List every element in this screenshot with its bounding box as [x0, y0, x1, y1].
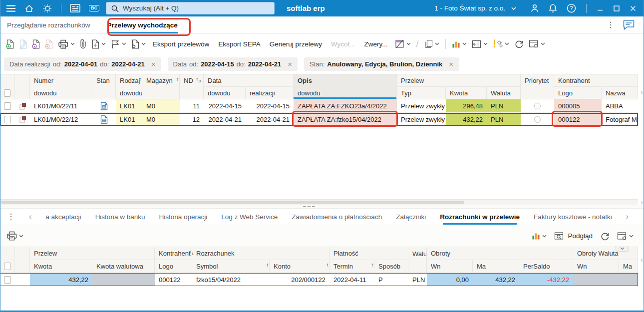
chart-view-button[interactable] [452, 40, 467, 48]
col-data-dowodu[interactable]: dowodu [204, 87, 246, 99]
col-nd[interactable]: ND↑3 [180, 74, 204, 87]
row-checkbox[interactable] [4, 116, 11, 123]
panel-splitter[interactable] [0, 205, 644, 209]
row-checkbox[interactable] [4, 102, 11, 110]
col-group-kontrahent[interactable]: Kontrahent↑1 [155, 247, 192, 260]
col-logo[interactable]: Logo [155, 260, 192, 273]
priority-radio[interactable] [534, 103, 541, 109]
col-rodzaj-sub[interactable]: dowodu [116, 87, 142, 99]
home-icon[interactable] [24, 4, 34, 13]
company-selector[interactable]: 1 - Foto Świat sp. z o.o. [434, 4, 516, 12]
col-obroty-waluta-ma[interactable]: Ma [619, 260, 638, 273]
warnings-settings-button[interactable] [493, 39, 509, 48]
delete-document-button[interactable] [45, 39, 53, 49]
tab-faktury-kosztowe-notatki[interactable]: Faktury kosztowe - notatki [534, 209, 612, 225]
col-nazwa[interactable]: Nazwa [602, 87, 638, 99]
col-numer-sub[interactable]: dowodu [30, 87, 92, 99]
detail-tabs-menu-icon[interactable]: ⋮ [7, 213, 15, 221]
tab-przegladanie-rozrachunkow[interactable]: Przeglądanie rozrachunków [7, 16, 90, 33]
col-wn[interactable]: Wn [427, 260, 473, 273]
horizontal-scrollbar[interactable] [0, 199, 638, 205]
wycofaj-button[interactable]: Wycof... [331, 40, 355, 48]
col-logo[interactable]: Logo [554, 87, 602, 99]
col-ma[interactable]: Ma [473, 260, 519, 273]
global-search[interactable] [106, 2, 275, 14]
col-obroty-waluta-wn[interactable]: Wn [573, 260, 619, 273]
preview-button[interactable] [554, 232, 564, 241]
col-group-platnosc[interactable]: Płatność [329, 247, 408, 260]
user-icon[interactable] [530, 3, 539, 13]
tab-historia-operacji[interactable]: Historia operacji [159, 209, 207, 225]
col-typ[interactable]: Typ [397, 87, 446, 99]
col-kwota[interactable]: Kwota [446, 87, 487, 99]
new-document-button[interactable] [6, 39, 14, 49]
tabs-scroll-right-icon[interactable]: › [626, 213, 629, 221]
hamburger-menu-icon[interactable] [6, 4, 16, 12]
tab-rozrachunki-w-przelewie[interactable]: Rozrachunki w przelewie [440, 209, 520, 225]
col-magazyn[interactable]: Magazyn↑2 [142, 74, 180, 87]
filter-chip-stan[interactable]: Stan: Anulowany, Edycja, Brulion, Dzienn… [304, 57, 459, 71]
side-panel-button[interactable] [472, 40, 488, 48]
col-konto[interactable]: Konto↑2 [270, 260, 329, 273]
scrollbar-thumb[interactable] [1, 201, 464, 204]
col-data-realizacji[interactable]: realizacji [246, 87, 294, 99]
idea-bulb-icon[interactable] [42, 3, 52, 13]
collapse-panel-button[interactable] [616, 246, 629, 252]
zweryfikuj-button[interactable]: Zwery... [364, 40, 388, 48]
col-group-przelew[interactable]: Przelew [397, 74, 521, 87]
col-priorytet[interactable]: Priorytet [521, 74, 554, 87]
print-button[interactable] [58, 39, 75, 49]
generuj-przelewy-button[interactable]: Generuj przelewy [270, 40, 322, 48]
priority-radio[interactable] [534, 116, 541, 123]
chip-remove-icon[interactable]: × [151, 60, 156, 68]
grid-settings-button[interactable] [529, 39, 545, 48]
document-info-button[interactable] [32, 39, 40, 49]
select-all-checkbox[interactable] [4, 263, 10, 270]
tab-historia-w-banku[interactable]: Historia w banku [95, 209, 145, 225]
row-checkbox[interactable] [4, 276, 11, 284]
eksport-przelewow-button[interactable]: Eksport przelewów [153, 40, 209, 48]
attachment-paperclip-button[interactable] [80, 39, 86, 49]
note-exclude-button[interactable] [395, 39, 411, 48]
col-sposob[interactable]: Sposób [374, 260, 408, 273]
col-rodzaj[interactable]: Rodzaj↑1 [116, 74, 142, 87]
chip-remove-icon[interactable]: × [288, 60, 292, 68]
col-stan[interactable]: Stan [92, 74, 116, 87]
col-termin[interactable]: Termin↑3 [329, 260, 374, 273]
notifications-bell-icon[interactable] [549, 3, 557, 13]
table-row[interactable]: LK01/M0/22/11 LK01 M0 11 2022-04-15 2022… [0, 99, 638, 113]
tab-przelewy-wychodzace[interactable]: Przelewy wychodzące [107, 16, 178, 33]
col-symbol[interactable]: Symbol↑4 [192, 260, 270, 273]
filter-chip-data-realizacji[interactable]: Data realizacji od: 2022-04-01 do: 2022-… [4, 57, 161, 71]
col-waluta[interactable]: Waluta [408, 247, 427, 260]
table-row-selected[interactable]: 432,22 000122 fzko15/04/2022 202/000122 … [0, 273, 638, 287]
document-settings-button[interactable] [131, 39, 146, 49]
tab-overflow-menu-icon[interactable]: ⋮ [607, 21, 615, 29]
maximize-button[interactable] [614, 5, 620, 11]
refresh-button[interactable] [514, 39, 524, 48]
tab-zalaczniki[interactable]: Załączniki [396, 209, 426, 225]
col-kwota[interactable]: Kwota [30, 260, 92, 273]
flag-button[interactable] [111, 39, 126, 49]
col-group-rozrachunek[interactable]: Rozrachunek [192, 247, 329, 260]
search-input[interactable] [123, 4, 270, 12]
col-group-obroty[interactable]: Obroty [427, 247, 573, 260]
col-persaldo[interactable]: PerSaldo [519, 260, 573, 273]
detail-chart-button[interactable] [532, 232, 547, 240]
tab-sciezka-akceptacji[interactable]: a akceptacji [45, 209, 81, 225]
tab-zawiadomienia-o-platnosciach[interactable]: Zawiadomienia o płatnościach [292, 209, 382, 225]
scroll-left-icon[interactable]: ‹ [641, 256, 643, 263]
help-icon[interactable]: ? [567, 3, 576, 13]
document-actions-button[interactable] [91, 39, 106, 49]
scroll-right-icon[interactable]: › [641, 198, 643, 206]
tab-log-z-web-service[interactable]: Log z Web Service [221, 209, 278, 225]
news-icon[interactable] [70, 4, 80, 12]
col-numer[interactable]: Numer [30, 74, 92, 87]
preview-label[interactable]: Podgląd [568, 232, 593, 240]
col-kwota-walutowa[interactable]: Kwota walutowa [92, 260, 155, 273]
feedback-comment-icon[interactable] [623, 19, 635, 30]
tabs-scroll-left-icon[interactable]: ‹ [29, 213, 31, 221]
col-waluta[interactable]: Waluta [487, 87, 521, 99]
select-all-checkbox[interactable] [4, 89, 10, 97]
col-group-data[interactable]: Data [204, 74, 294, 87]
